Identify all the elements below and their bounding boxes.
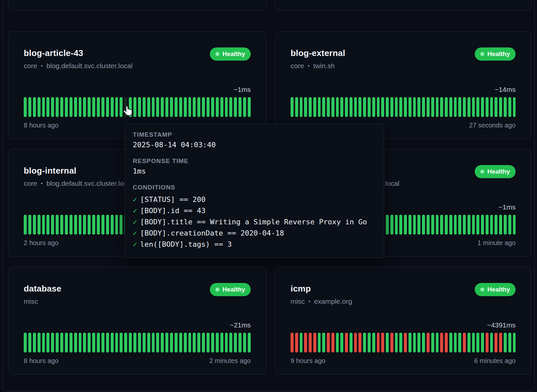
- uptime-bar[interactable]: [304, 97, 307, 117]
- uptime-bar[interactable]: [300, 97, 303, 117]
- uptime-bar[interactable]: [481, 97, 484, 117]
- uptime-bar[interactable]: [368, 333, 371, 352]
- uptime-bar[interactable]: [211, 333, 214, 352]
- uptime-bar[interactable]: [28, 215, 31, 235]
- uptime-bars[interactable]: [24, 333, 251, 352]
- uptime-bar[interactable]: [28, 97, 31, 117]
- uptime-bar[interactable]: [115, 97, 118, 117]
- uptime-bar[interactable]: [417, 215, 420, 235]
- uptime-bar[interactable]: [481, 333, 484, 352]
- uptime-bar[interactable]: [454, 215, 457, 235]
- uptime-bar[interactable]: [60, 333, 63, 352]
- uptime-bar[interactable]: [386, 333, 389, 352]
- uptime-bar[interactable]: [70, 333, 72, 352]
- uptime-bar[interactable]: [331, 97, 334, 117]
- uptime-bar[interactable]: [124, 97, 127, 117]
- uptime-bar[interactable]: [65, 215, 68, 235]
- uptime-bar[interactable]: [476, 333, 479, 352]
- uptime-bar[interactable]: [499, 97, 502, 117]
- uptime-bar[interactable]: [463, 333, 466, 352]
- uptime-bar[interactable]: [399, 97, 402, 117]
- uptime-bar[interactable]: [133, 333, 136, 352]
- uptime-bar[interactable]: [508, 333, 511, 352]
- uptime-bar[interactable]: [56, 97, 59, 117]
- uptime-bar[interactable]: [350, 97, 353, 117]
- uptime-bar[interactable]: [295, 97, 298, 117]
- uptime-bar[interactable]: [340, 333, 343, 352]
- uptime-bar[interactable]: [404, 97, 407, 117]
- uptime-bar[interactable]: [234, 333, 237, 352]
- uptime-bar[interactable]: [399, 215, 402, 235]
- uptime-bar[interactable]: [431, 215, 434, 235]
- uptime-bar[interactable]: [354, 333, 357, 352]
- uptime-bar[interactable]: [513, 333, 516, 352]
- uptime-bar[interactable]: [336, 97, 339, 117]
- endpoint-card-blog-external[interactable]: blog-external core • twin.sh Healthy ~14…: [275, 31, 531, 139]
- uptime-bar[interactable]: [70, 97, 72, 117]
- uptime-bar[interactable]: [24, 97, 27, 117]
- uptime-bar[interactable]: [436, 215, 439, 235]
- uptime-bar[interactable]: [386, 97, 389, 117]
- uptime-bar[interactable]: [472, 215, 475, 235]
- uptime-bar[interactable]: [495, 215, 497, 235]
- uptime-bar[interactable]: [97, 215, 100, 235]
- uptime-bar[interactable]: [143, 97, 146, 117]
- uptime-bar[interactable]: [92, 97, 95, 117]
- uptime-bar[interactable]: [161, 97, 164, 117]
- uptime-bar[interactable]: [74, 97, 77, 117]
- uptime-bar[interactable]: [331, 333, 334, 352]
- uptime-bar[interactable]: [381, 97, 384, 117]
- uptime-bar[interactable]: [97, 333, 100, 352]
- uptime-bar[interactable]: [239, 97, 241, 117]
- uptime-bar[interactable]: [363, 333, 366, 352]
- uptime-bar[interactable]: [101, 333, 104, 352]
- uptime-bar[interactable]: [476, 215, 479, 235]
- uptime-bar[interactable]: [372, 333, 375, 352]
- uptime-bar[interactable]: [138, 333, 141, 352]
- uptime-bar[interactable]: [51, 333, 54, 352]
- uptime-bar[interactable]: [33, 333, 36, 352]
- uptime-bar[interactable]: [513, 215, 516, 235]
- uptime-bar[interactable]: [179, 97, 182, 117]
- uptime-bar[interactable]: [490, 333, 493, 352]
- uptime-bar[interactable]: [65, 333, 68, 352]
- uptime-bar[interactable]: [46, 333, 49, 352]
- uptime-bar[interactable]: [436, 97, 439, 117]
- uptime-bar[interactable]: [56, 333, 59, 352]
- uptime-bar[interactable]: [207, 333, 210, 352]
- uptime-bar[interactable]: [42, 333, 45, 352]
- uptime-bar[interactable]: [445, 215, 448, 235]
- uptime-bar[interactable]: [120, 333, 123, 352]
- uptime-bar[interactable]: [115, 215, 118, 235]
- uptime-bar[interactable]: [513, 97, 516, 117]
- uptime-bar[interactable]: [422, 215, 425, 235]
- uptime-bar[interactable]: [490, 215, 493, 235]
- uptime-bar[interactable]: [33, 97, 36, 117]
- uptime-bar[interactable]: [313, 333, 316, 352]
- uptime-bar[interactable]: [454, 333, 457, 352]
- uptime-bar[interactable]: [106, 97, 109, 117]
- uptime-bar[interactable]: [188, 333, 191, 352]
- uptime-bar[interactable]: [417, 333, 420, 352]
- uptime-bar[interactable]: [88, 215, 91, 235]
- uptime-bar[interactable]: [363, 97, 366, 117]
- uptime-bar[interactable]: [467, 215, 470, 235]
- uptime-bar[interactable]: [422, 97, 425, 117]
- uptime-bar[interactable]: [354, 97, 357, 117]
- uptime-bar[interactable]: [124, 333, 127, 352]
- uptime-bar[interactable]: [42, 97, 45, 117]
- uptime-bar[interactable]: [147, 333, 150, 352]
- uptime-bar[interactable]: [395, 97, 398, 117]
- uptime-bar[interactable]: [147, 97, 150, 117]
- uptime-bar[interactable]: [42, 215, 45, 235]
- uptime-bar[interactable]: [463, 97, 466, 117]
- uptime-bar[interactable]: [184, 97, 187, 117]
- uptime-bars[interactable]: [291, 97, 516, 117]
- uptime-bar[interactable]: [225, 333, 228, 352]
- uptime-bar[interactable]: [101, 97, 104, 117]
- uptime-bar[interactable]: [74, 215, 77, 235]
- uptime-bar[interactable]: [445, 333, 448, 352]
- uptime-bar[interactable]: [318, 333, 321, 352]
- uptime-bar[interactable]: [175, 97, 178, 117]
- uptime-bar[interactable]: [304, 333, 307, 352]
